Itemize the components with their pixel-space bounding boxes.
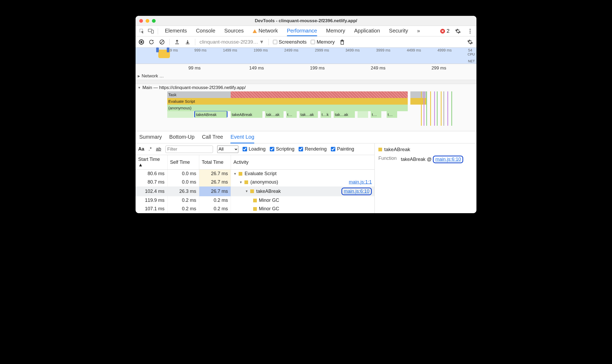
table-row[interactable]: 119.9 ms0.2 ms0.2 msMinor GC	[136, 196, 374, 205]
clear-icon[interactable]	[159, 39, 165, 45]
reload-icon[interactable]	[148, 39, 155, 45]
network-row[interactable]: ▶ Network …	[136, 72, 476, 80]
garbage-icon[interactable]	[339, 39, 345, 45]
whole-word-toggle[interactable]: ab	[156, 146, 161, 152]
cat-loading[interactable]: Loading	[243, 146, 266, 152]
ov-tick: 2499 ms	[284, 48, 299, 52]
square-icon	[253, 199, 257, 202]
dtab-bottomup[interactable]: Bottom-Up	[169, 134, 195, 143]
flame-call[interactable]: t…	[286, 111, 297, 118]
ov-tick: 2999 ms	[315, 48, 329, 52]
dtab-calltree[interactable]: Call Tree	[202, 134, 223, 143]
side-func-link[interactable]: main.js:6:10	[435, 157, 461, 162]
cell-activity: ▼(anonymous)main.js:1:1	[231, 178, 374, 186]
perf-toolbar: clinquant-mousse-2f239… ▼ Screenshots Me…	[136, 36, 476, 48]
svg-point-4	[470, 31, 471, 32]
th-self[interactable]: Self Time	[167, 155, 199, 170]
tab-more[interactable]: »	[417, 26, 420, 36]
flame-call[interactable]: t…	[371, 111, 381, 118]
error-indicator[interactable]: 2	[440, 28, 449, 34]
flame-call[interactable]: t…	[387, 111, 397, 118]
cell-start: 119.9 ms	[136, 196, 167, 205]
filter-input[interactable]	[165, 146, 213, 153]
error-icon	[440, 29, 445, 34]
tab-security[interactable]: Security	[389, 26, 408, 36]
flame-call[interactable]: tak…ak	[299, 111, 318, 118]
flame-eval[interactable]: Evaluate Script	[167, 98, 408, 105]
svg-point-5	[470, 32, 471, 34]
settings-icon[interactable]	[467, 39, 473, 45]
table-row[interactable]: 80.7 ms0.0 ms26.7 ms▼(anonymous)main.js:…	[136, 178, 374, 186]
overview-strip[interactable]: 9 ms 999 ms 1499 ms 1999 ms 2499 ms 2999…	[136, 48, 476, 64]
window-titlebar: DevTools - clinquant-mousse-2f2396.netli…	[136, 16, 476, 26]
flame-call[interactable]	[358, 111, 368, 118]
table-row[interactable]: 80.6 ms0.0 ms26.7 ms▼Evaluate Script	[136, 170, 374, 178]
match-case-toggle[interactable]: Aa	[138, 146, 144, 152]
source-link[interactable]: main.js:1:1	[349, 179, 372, 185]
th-activity[interactable]: Activity	[231, 155, 374, 170]
svg-rect-2	[151, 30, 154, 33]
device-toggle-icon[interactable]	[147, 27, 155, 35]
disclosure-icon[interactable]: ▼	[239, 180, 243, 184]
cat-scripting[interactable]: Scripting	[270, 146, 294, 152]
ov-tick: 4999 ms	[437, 48, 452, 52]
svg-line-7	[161, 40, 164, 43]
screenshots-input[interactable]	[273, 40, 277, 44]
profile-selector[interactable]: clinquant-mousse-2f239… ▼	[200, 39, 264, 45]
cat-rendering[interactable]: Rendering	[299, 146, 327, 152]
square-icon	[239, 172, 242, 176]
record-icon[interactable]	[139, 39, 144, 45]
tab-sources[interactable]: Sources	[224, 26, 244, 36]
tab-console[interactable]: Console	[196, 26, 215, 36]
upload-icon[interactable]	[174, 39, 180, 45]
th-total[interactable]: Total Time	[199, 155, 231, 170]
tab-application[interactable]: Application	[354, 26, 380, 36]
regex-toggle[interactable]: .*	[149, 146, 152, 152]
tab-elements[interactable]: Elements	[165, 26, 187, 36]
flame-call[interactable]: tak…ak	[334, 111, 355, 118]
download-icon[interactable]	[184, 39, 191, 45]
disclosure-icon[interactable]: ▼	[234, 172, 237, 176]
overview-handle-right[interactable]	[167, 48, 169, 52]
tab-network[interactable]: Network	[253, 26, 278, 36]
flame-task-long[interactable]	[231, 91, 408, 98]
memory-input[interactable]	[311, 40, 315, 44]
level-select[interactable]: All	[217, 146, 238, 153]
cat-painting[interactable]: Painting	[331, 146, 354, 152]
side-func-row: Function takeABreak @ main.js:6:10	[378, 156, 473, 163]
flame-call[interactable]: t…k	[321, 111, 331, 118]
ruler-tick: 149 ms	[249, 66, 264, 71]
tab-network-label: Network	[258, 28, 278, 34]
flame-call[interactable]: takeABreak	[231, 111, 262, 118]
kebab-icon[interactable]	[466, 27, 474, 35]
tab-memory[interactable]: Memory	[326, 26, 345, 36]
timeline[interactable]: 99 ms 149 ms 199 ms 249 ms 299 ms ▶ Netw…	[136, 64, 476, 131]
table-row[interactable]: 102.4 ms26.3 ms26.7 ms▼takeABreakmain.js…	[136, 186, 374, 196]
flame-call[interactable]	[167, 111, 194, 118]
inspect-icon[interactable]	[138, 27, 146, 35]
ov-tick: 999 ms	[194, 48, 207, 52]
cell-activity: ▼Evaluate Script	[231, 170, 374, 178]
disclosure-icon[interactable]: ▼	[245, 189, 248, 193]
flame-call-selected[interactable]: takeABreak	[195, 111, 227, 118]
tab-performance[interactable]: Performance	[287, 26, 317, 36]
dtab-eventlog[interactable]: Event Log	[230, 134, 254, 143]
dtab-summary[interactable]: Summary	[139, 134, 162, 143]
flame-anon[interactable]: (anonymous)	[167, 105, 408, 111]
flame-call[interactable]: tak…ak	[265, 111, 284, 118]
overview-cpu-label: CPU	[468, 52, 475, 56]
panel-tabs: Elements Console Sources Network Perform…	[165, 26, 420, 36]
main-thread-label: Main — https://clinquant-mousse-2f2396.n…	[142, 85, 246, 90]
memory-checkbox[interactable]: Memory	[311, 39, 335, 45]
flame-misc	[421, 91, 466, 126]
table-row[interactable]: 107.1 ms0.2 ms0.2 msMinor GC	[136, 205, 374, 213]
flame-chart[interactable]: Task Evaluate Script (anonymous) takeABr…	[136, 91, 476, 126]
overview-handle-left[interactable]	[156, 48, 159, 52]
source-link[interactable]: main.js:6:10	[344, 189, 369, 194]
settings-icon[interactable]	[454, 27, 462, 35]
flame-task-grey[interactable]: Task	[167, 91, 231, 98]
th-start[interactable]: Start Time ▲	[136, 155, 167, 170]
main-thread-header[interactable]: ▼ Main — https://clinquant-mousse-2f2396…	[136, 84, 476, 91]
cell-total: 26.7 ms	[199, 170, 231, 178]
screenshots-checkbox[interactable]: Screenshots	[273, 39, 307, 45]
